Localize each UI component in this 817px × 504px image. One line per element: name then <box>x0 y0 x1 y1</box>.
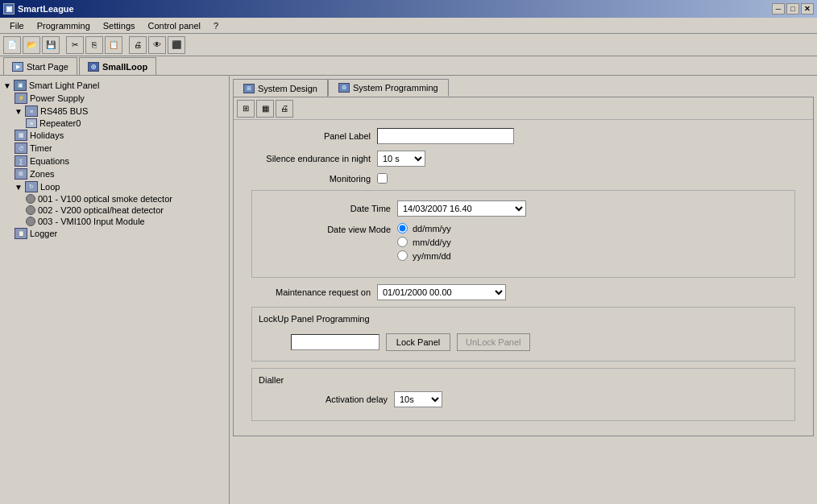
logger-icon: 📋 <box>15 228 27 239</box>
tb-open-button[interactable]: 📂 <box>23 36 40 54</box>
sub-tb-btn-3[interactable]: 🖨 <box>276 100 293 118</box>
tree-item-002[interactable]: 002 - V200 optical/heat detector <box>26 204 226 216</box>
title-bar: ▣ SmartLeague ─ □ ✕ <box>0 0 817 18</box>
tb-cut-button[interactable]: ✂ <box>66 36 84 54</box>
tree-root[interactable]: ▼ ▣ Smart Light Panel <box>3 79 226 92</box>
tree-label-holidays: Holidays <box>30 130 64 140</box>
tree-item-001[interactable]: 001 - V100 optical smoke detector <box>26 193 226 204</box>
radio-yymmdd[interactable] <box>397 250 408 261</box>
tab-system-programming[interactable]: ⚙ System Programming <box>328 79 449 97</box>
loop-expand-icon: ▼ <box>15 183 23 192</box>
date-view-mode-row: Date view Mode dd/mm/yy mm/dd/yy <box>262 223 785 261</box>
tab-system-design-label: System Design <box>258 84 317 93</box>
tb-paste-button[interactable]: 📋 <box>105 36 122 54</box>
date-view-mode-options: dd/mm/yy mm/dd/yy yy/mm/dd <box>397 223 451 261</box>
tree-label-rs485: RS485 BUS <box>40 106 88 116</box>
menu-help[interactable]: ? <box>207 19 225 32</box>
main-layout: ▼ ▣ Smart Light Panel ⚡ Power Supply ▼ ≡… <box>0 76 817 504</box>
title-bar-controls: ─ □ ✕ <box>772 3 814 14</box>
maintenance-row: Maintenance request on 01/01/2000 00.00 <box>242 284 805 300</box>
monitoring-checkbox[interactable] <box>377 173 388 184</box>
tab-system-design[interactable]: ⊞ System Design <box>233 79 328 97</box>
activation-delay-row: Activation delay 10s 20s 30s <box>259 391 788 407</box>
system-design-icon: ⊞ <box>243 84 255 93</box>
tree-item-repeater0[interactable]: ≡ Repeater0 <box>26 118 226 129</box>
start-page-icon: ▶ <box>12 62 23 72</box>
title-bar-left: ▣ SmartLeague <box>3 3 74 14</box>
tb-separator-1 <box>61 36 64 54</box>
silence-select[interactable]: 10 s 20 s 30 s <box>377 151 425 167</box>
sub-tb-btn-2[interactable]: ▦ <box>256 100 274 118</box>
activation-delay-label: Activation delay <box>259 395 388 404</box>
tab-system-programming-label: System Programming <box>353 83 438 93</box>
holidays-icon: ▦ <box>15 130 27 141</box>
maintenance-select[interactable]: 01/01/2000 00.00 <box>377 284 506 300</box>
lock-password-input[interactable] <box>291 334 379 350</box>
unlock-panel-button[interactable]: UnLock Panel <box>457 333 530 351</box>
tb-save-button[interactable]: 💾 <box>42 36 60 54</box>
panel-label-row: Panel Label <box>242 128 805 144</box>
tree-item-holidays[interactable]: ▦ Holidays <box>15 129 226 142</box>
dialler-title: Dialler <box>259 375 788 385</box>
tab-small-loop-label: SmallLoop <box>102 62 147 72</box>
tree-label-power-supply: Power Supply <box>30 93 85 103</box>
menu-programming[interactable]: Programming <box>31 19 97 32</box>
lock-panel-button[interactable]: Lock Panel <box>386 333 450 351</box>
silence-label-text: Silence endurance in night <box>242 154 371 163</box>
tree-label-001: 001 - V100 optical smoke detector <box>38 194 172 204</box>
close-button[interactable]: ✕ <box>801 3 814 14</box>
silence-row: Silence endurance in night 10 s 20 s 30 … <box>242 151 805 167</box>
datetime-select[interactable]: 14/03/2007 16.40 <box>397 200 526 217</box>
tree-label-003: 003 - VMI100 Input Module <box>38 217 145 226</box>
tree-item-zones[interactable]: ⊞ Zones <box>15 167 226 180</box>
radio-ddmmyy-label: dd/mm/yy <box>413 224 451 233</box>
tree-label-loop: Loop <box>40 182 60 192</box>
device-001-icon <box>26 194 35 204</box>
tb-copy-button[interactable]: ⎘ <box>85 36 103 54</box>
tree-item-power-supply[interactable]: ⚡ Power Supply <box>15 92 226 105</box>
radio-ddmmyy[interactable] <box>397 223 408 233</box>
tab-start-page-label: Start Page <box>27 62 68 72</box>
tree-item-equations[interactable]: ∑ Equations <box>15 155 226 167</box>
tree-item-timer[interactable]: ⏱ Timer <box>15 142 226 155</box>
tree-item-loop[interactable]: ▼ ↻ Loop <box>15 180 226 193</box>
date-view-mode-label: Date view Mode <box>262 223 391 234</box>
menu-file[interactable]: File <box>3 19 31 32</box>
radio-yymmdd-label: yy/mm/dd <box>413 251 451 261</box>
menu-bar: File Programming Settings Control panel … <box>0 18 817 34</box>
dialler-section: Dialler Activation delay 10s 20s 30s <box>251 368 795 421</box>
monitoring-label-text: Monitoring <box>242 174 371 184</box>
minimize-button[interactable]: ─ <box>772 3 785 14</box>
tb-extra-button[interactable]: ⬛ <box>168 36 185 54</box>
menu-settings[interactable]: Settings <box>97 19 142 32</box>
main-toolbar: 📄 📂 💾 ✂ ⎘ 📋 🖨 👁 ⬛ <box>0 34 817 56</box>
activation-delay-select[interactable]: 10s 20s 30s <box>394 391 442 407</box>
tree-item-logger[interactable]: 📋 Logger <box>15 227 226 240</box>
tree-item-003[interactable]: 003 - VMI100 Input Module <box>26 216 226 227</box>
tree-label-repeater0: Repeater0 <box>39 118 81 128</box>
sub-tb-btn-1[interactable]: ⊞ <box>237 100 255 118</box>
maximize-button[interactable]: □ <box>786 3 799 14</box>
tb-new-button[interactable]: 📄 <box>3 36 21 54</box>
tree-panel: ▼ ▣ Smart Light Panel ⚡ Power Supply ▼ ≡… <box>0 76 230 504</box>
panel-label-input[interactable] <box>377 128 514 144</box>
tb-print-button[interactable]: 🖨 <box>129 36 147 54</box>
rs485-expand-icon: ▼ <box>15 107 23 116</box>
right-panel: ⊞ System Design ⚙ System Programming ⊞ ▦… <box>230 76 817 504</box>
tab-small-loop[interactable]: ◎ SmallLoop <box>79 57 156 75</box>
radio-mmddyy-row: mm/dd/yy <box>397 237 451 247</box>
radio-mmddyy-label: mm/dd/yy <box>413 238 451 247</box>
radio-mmddyy[interactable] <box>397 237 408 247</box>
menu-control-panel[interactable]: Control panel <box>142 19 207 32</box>
tree-label-zones: Zones <box>30 169 55 179</box>
tree-item-rs485[interactable]: ▼ ≡ RS485 BUS <box>15 105 226 118</box>
sub-toolbar: ⊞ ▦ 🖨 <box>234 97 813 120</box>
root-expand-icon: ▼ <box>3 81 11 90</box>
tb-preview-button[interactable]: 👁 <box>148 36 166 54</box>
datetime-section: Date Time 14/03/2007 16.40 Date view Mod… <box>251 190 795 278</box>
panel-label-text: Panel Label <box>242 131 371 141</box>
tree-label-timer: Timer <box>30 143 52 153</box>
radio-ddmmyy-row: dd/mm/yy <box>397 223 451 233</box>
power-supply-icon: ⚡ <box>15 93 27 104</box>
tab-start-page[interactable]: ▶ Start Page <box>3 57 77 75</box>
